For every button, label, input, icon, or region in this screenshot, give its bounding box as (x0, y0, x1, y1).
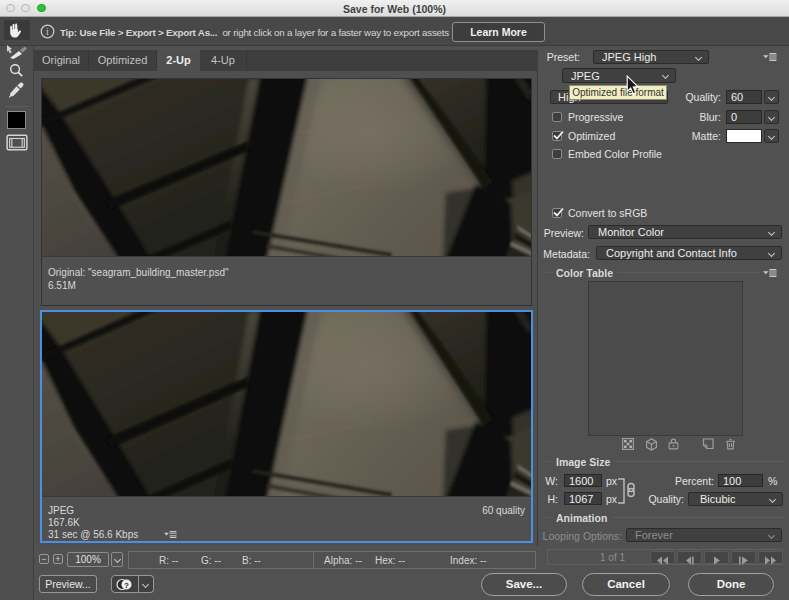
svg-text:?: ? (124, 581, 129, 590)
svg-text:i: i (46, 26, 49, 37)
